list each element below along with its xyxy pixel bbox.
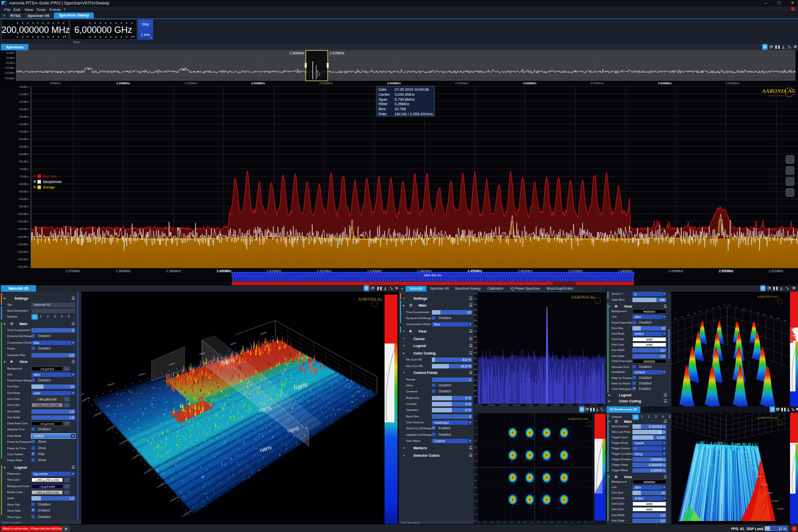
svg-text:-15dBm: -15dBm: [474, 309, 478, 311]
svg-text:0.9: 0.9: [564, 521, 567, 524]
svg-text:0.1: 0.1: [537, 521, 540, 524]
svg-text:32.768: 32.768: [395, 107, 406, 111]
svg-text:0.2: 0.2: [474, 460, 477, 462]
svg-text:4.500MHz: 4.500MHz: [590, 82, 603, 85]
svg-text:-30dBm: -30dBm: [474, 325, 478, 327]
svg-text:-30dBm: -30dBm: [18, 107, 29, 111]
svg-text:-105dBm: -105dBm: [16, 219, 29, 223]
svg-text:-5dBm: -5dBm: [474, 298, 478, 300]
svg-text:-75dBm: -75dBm: [18, 175, 29, 178]
svg-text:Center: Center: [379, 92, 390, 97]
svg-text:-0.6: -0.6: [474, 486, 477, 489]
svg-text:5.000MHz: 5.000MHz: [658, 82, 671, 85]
svg-text:0.5: 0.5: [550, 521, 553, 524]
svg-text:500MHz: 500MHz: [50, 82, 61, 85]
svg-text:-0.5: -0.5: [517, 521, 521, 524]
svg-text:20 µs: 20 µs: [678, 520, 683, 522]
svg-text:-55dBm: -55dBm: [18, 145, 29, 148]
svg-text:2.370MHz: 2.370MHz: [65, 269, 80, 273]
svg-text:-85dBm: -85dBm: [18, 189, 29, 193]
svg-text:1.4: 1.4: [474, 419, 477, 422]
svg-text:27.05.2019 10:54:06: 27.05.2019 10:54:06: [395, 87, 429, 92]
svg-text:AARONIA AG: AARONIA AG: [762, 88, 796, 94]
svg-text:-40dBm: -40dBm: [5, 51, 15, 54]
svg-text:-40dBm: -40dBm: [474, 336, 478, 338]
svg-text:-100dBm: -100dBm: [4, 66, 15, 69]
svg-text:-50dBm: -50dBm: [474, 347, 478, 349]
svg-text:-60dBm: -60dBm: [18, 152, 29, 156]
svg-text:24.0dBm: 24.0dBm: [745, 459, 752, 461]
svg-text:2.510MHz: 2.510MHz: [769, 269, 784, 273]
svg-text:AARONIA AG: AARONIA AG: [757, 295, 778, 299]
svg-text:2.390MHz: 2.390MHz: [166, 269, 181, 273]
svg-text:Rate: Rate: [379, 112, 387, 116]
svg-text:-1.4: -1.4: [474, 513, 477, 516]
svg-text:2.400MHz: 2.400MHz: [216, 269, 231, 273]
svg-text:-55dBm: -55dBm: [474, 352, 478, 354]
svg-text:-90dBm: -90dBm: [474, 389, 478, 392]
svg-text:2.000MHz: 2.000MHz: [251, 82, 265, 85]
svg-text:0.8: 0.8: [474, 440, 477, 442]
svg-text:2.500MHz: 2.500MHz: [319, 82, 333, 85]
svg-text:-120dBm: -120dBm: [4, 71, 15, 74]
svg-text:1.7: 1.7: [591, 521, 594, 524]
svg-text:1.000MHz: 1.000MHz: [116, 82, 130, 85]
svg-text:-45dBm: -45dBm: [474, 341, 478, 344]
svg-text:35 µs: 35 µs: [683, 511, 688, 513]
svg-text:AARONIA AG: AARONIA AG: [567, 417, 589, 421]
svg-text:-35dBm: -35dBm: [18, 115, 29, 118]
svg-text:80 µs: 80 µs: [699, 483, 703, 485]
svg-text:5.799,8MHz: 5.799,8MHz: [395, 97, 415, 102]
svg-text:-95dBm: -95dBm: [18, 204, 29, 208]
svg-text:-25dBm: -25dBm: [474, 319, 478, 322]
svg-text:1.500MHz: 1.500MHz: [184, 82, 198, 85]
svg-text:-115dBm: -115dBm: [16, 235, 29, 238]
svg-text:60.0dBm: 60.0dBm: [761, 484, 768, 486]
svg-text:-10dBm: -10dBm: [474, 303, 478, 306]
svg-text:-0.2: -0.2: [474, 473, 477, 476]
svg-text:-95dBm: -95dBm: [474, 395, 478, 397]
svg-text:-90dBm: -90dBm: [18, 197, 29, 200]
svg-text:1.6: 1.6: [474, 413, 477, 415]
svg-text:0.6: 0.6: [474, 446, 477, 449]
svg-text:3.500MHz: 3.500MHz: [455, 82, 468, 85]
svg-text:1.3: 1.3: [577, 521, 580, 524]
svg-text:2.365MHz: 2.365MHz: [289, 51, 304, 55]
svg-text:Average: Average: [43, 185, 55, 189]
svg-text:1.2: 1.2: [474, 426, 477, 429]
svg-text:96.0dBm: 96.0dBm: [777, 508, 784, 510]
svg-text:-45dBm: -45dBm: [18, 130, 29, 133]
svg-text:2.515MHz: 2.515MHz: [330, 51, 345, 55]
svg-text:-110dBm: -110dBm: [16, 227, 29, 230]
svg-text:-35dBm: -35dBm: [474, 330, 478, 333]
svg-text:-125dBm: -125dBm: [16, 250, 29, 253]
svg-text:Sample/Hold: Sample/Hold: [43, 180, 62, 184]
svg-text:AARONIA AG: AARONIA AG: [358, 297, 383, 302]
svg-text:-130dBm: -130dBm: [16, 257, 29, 261]
svg-text:4.000MHz: 4.000MHz: [523, 82, 536, 85]
svg-text:-0.8: -0.8: [474, 493, 477, 496]
svg-text:-70dBm: -70dBm: [18, 167, 29, 171]
svg-text:-60dBm: -60dBm: [5, 56, 15, 59]
svg-text:-80dBm: -80dBm: [18, 182, 29, 185]
svg-text:-50dBm: -50dBm: [18, 137, 29, 141]
svg-text:-1.5: -1.5: [483, 521, 487, 524]
svg-text:48.0dBm: 48.0dBm: [756, 476, 763, 478]
svg-text:1.0: 1.0: [474, 433, 477, 435]
svg-text:2.500MHz: 2.500MHz: [719, 269, 734, 273]
svg-text:72.0dBm: 72.0dBm: [766, 492, 773, 494]
svg-text:-60dBm: -60dBm: [474, 357, 478, 359]
svg-text:36.0dBm: 36.0dBm: [750, 468, 757, 470]
svg-text:-1.2: -1.2: [474, 507, 477, 509]
svg-text:-0.1: -0.1: [530, 521, 534, 524]
svg-text:✕: ✕: [33, 179, 36, 184]
svg-text:AARONIA AG: AARONIA AG: [571, 295, 596, 300]
svg-text:182,0/s / 1.055,4GHz/s: 182,0/s / 1.055,4GHz/s: [395, 112, 433, 116]
svg-text:-75dBm: -75dBm: [474, 373, 478, 376]
svg-text:1.5: 1.5: [584, 521, 587, 524]
svg-text:-0.9: -0.9: [503, 521, 507, 524]
svg-text:84.0dBm: 84.0dBm: [772, 500, 779, 502]
svg-text:140 µs: 140 µs: [719, 445, 725, 447]
svg-text:Bins: Bins: [379, 107, 386, 111]
svg-text:-80dBm: -80dBm: [474, 379, 478, 381]
